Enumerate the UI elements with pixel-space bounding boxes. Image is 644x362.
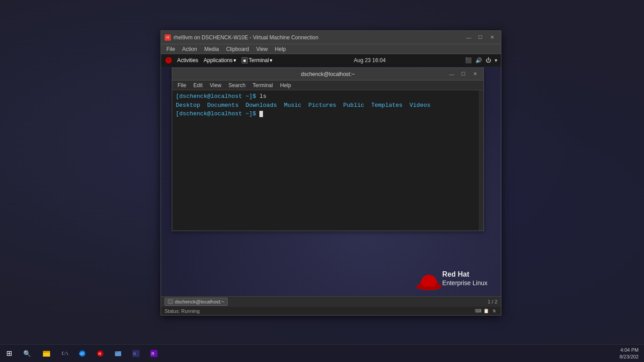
windows-search-button[interactable]: 🔍: [18, 345, 36, 362]
svg-rect-4: [43, 352, 47, 353]
terminal-minimize-button[interactable]: —: [447, 70, 457, 78]
gnome-datetime[interactable]: Aug 23 16:04: [354, 57, 386, 63]
terminal-icon: ▣: [242, 57, 248, 63]
taskbar-app-red[interactable]: R: [91, 345, 109, 362]
vm-close-button[interactable]: ✕: [487, 34, 497, 42]
vm-statusbar: Status: Running ⌨ 📋 🖱: [161, 306, 501, 315]
ls-dir-templates: Templates: [371, 102, 410, 109]
gnome-sound-icon[interactable]: 🔊: [475, 57, 482, 63]
vm-window-controls: — ☐ ✕: [463, 34, 497, 42]
taskbar-app-cmd[interactable]: C:\: [55, 345, 73, 362]
ls-dir-public: Public: [343, 102, 371, 109]
vm-menubar: File Action Media Clipboard View Help: [161, 44, 501, 54]
terminal-titlebar: dschenck@localhost:~ — ☐ ✕: [172, 68, 483, 80]
terminal-content[interactable]: [dschenck@localhost ~]$ ls Desktop Docum…: [172, 90, 483, 231]
windows-taskbar: ⊞ 🔍 C:\ R: [0, 344, 644, 362]
vm-mouse-icon: 🖱: [491, 308, 497, 314]
vm-window: H rhel9vm on DSCHENCK-W10E - Virtual Mac…: [161, 30, 501, 316]
terminal-scrollbar[interactable]: [479, 90, 483, 231]
gnome-topbar-right: ⬛ 🔊 ⏻ ▾: [465, 57, 497, 63]
terminal-menu-search[interactable]: Search: [225, 80, 249, 90]
vm-menu-clipboard[interactable]: Clipboard: [222, 44, 252, 54]
gnome-system-menu-arrow[interactable]: ▾: [495, 57, 497, 63]
vm-task-icon: [168, 299, 173, 304]
taskbar-app-explorer[interactable]: [38, 345, 55, 362]
svg-rect-5: [43, 353, 50, 357]
vm-titlebar: H rhel9vm on DSCHENCK-W10E - Virtual Mac…: [161, 31, 501, 44]
ls-dir-desktop: Desktop: [176, 102, 207, 109]
terminal-window-controls: — ☐ ✕: [447, 70, 480, 78]
vm-menu-help[interactable]: Help: [271, 44, 290, 54]
terminal-text-area[interactable]: [dschenck@localhost ~]$ ls Desktop Docum…: [172, 90, 479, 231]
gnome-power-icon[interactable]: ⏻: [486, 57, 491, 63]
gnome-applications-arrow: ▾: [233, 57, 236, 63]
vm-menu-media[interactable]: Media: [201, 44, 223, 54]
gnome-activities-button[interactable]: Activities: [175, 57, 200, 63]
vm-maximize-button[interactable]: ☐: [475, 34, 486, 42]
svg-text:M: M: [152, 352, 154, 356]
vm-content: Activities Applications ▾ ▣ Terminal ▾ A…: [161, 54, 501, 296]
ls-dir-downloads: Downloads: [246, 102, 284, 109]
windows-taskbar-apps: C:\ R H: [36, 345, 614, 362]
gnome-desktop[interactable]: dschenck@localhost:~ — ☐ ✕ File Edit Vie…: [161, 67, 501, 296]
terminal-menubar: File Edit View Search Terminal Help: [172, 80, 483, 90]
vm-taskbar-terminal-item[interactable]: dschenck@localhost:~: [165, 298, 228, 306]
vm-page-indicator: 1 / 2: [488, 299, 497, 304]
terminal-menu-edit[interactable]: Edit: [190, 80, 206, 90]
taskbar-app-files[interactable]: [109, 345, 127, 362]
taskbar-app-purple[interactable]: M: [145, 345, 163, 362]
vm-bottombar: dschenck@localhost:~ 1 / 2: [161, 296, 501, 306]
vm-title-text: rhel9vm on DSCHENCK-W10E - Virtual Machi…: [174, 34, 318, 41]
gnome-terminal-button[interactable]: ▣ Terminal ▾: [240, 57, 274, 63]
terminal-window: dschenck@localhost:~ — ☐ ✕ File Edit Vie…: [172, 67, 484, 231]
vm-minimize-button[interactable]: —: [463, 34, 474, 42]
terminal-prompt-1: [dschenck@localhost ~]$: [176, 92, 256, 101]
svg-text:H: H: [133, 352, 136, 356]
taskbar-app-hyper[interactable]: H: [127, 345, 145, 362]
windows-start-button[interactable]: ⊞: [0, 345, 18, 362]
gnome-terminal-label: Terminal: [249, 57, 269, 63]
terminal-menu-view[interactable]: View: [206, 80, 225, 90]
vm-menu-file[interactable]: File: [163, 44, 178, 54]
terminal-line-1: [dschenck@localhost ~]$ ls: [176, 92, 475, 101]
ls-dir-music: Music: [284, 102, 309, 109]
gnome-topbar: Activities Applications ▾ ▣ Terminal ▾ A…: [161, 54, 501, 67]
redhat-text: Red Hat Enterprise Linux: [442, 270, 487, 287]
windows-clock[interactable]: 4:04 PM 8/23/202: [618, 347, 640, 360]
terminal-cursor: [259, 111, 263, 117]
vm-menu-view[interactable]: View: [253, 44, 271, 54]
gnome-terminal-arrow: ▾: [270, 57, 272, 63]
ls-dir-pictures: Pictures: [308, 102, 343, 109]
vm-statusbar-right: ⌨ 📋 🖱: [475, 308, 497, 314]
terminal-menu-help[interactable]: Help: [276, 80, 295, 90]
terminal-menu-file[interactable]: File: [174, 80, 190, 90]
windows-clock-time: 4:04 PM: [619, 347, 639, 353]
vm-status-value: Running: [181, 308, 199, 314]
redhat-hat-icon: [415, 269, 438, 287]
windows-taskbar-right: 4:04 PM 8/23/202: [614, 347, 644, 360]
vm-taskbar-item-label: dschenck@localhost:~: [175, 299, 225, 304]
terminal-cmd-1: ls: [256, 92, 266, 101]
terminal-menu-terminal[interactable]: Terminal: [249, 80, 276, 90]
terminal-maximize-button[interactable]: ☐: [458, 70, 468, 78]
svg-text:C:\: C:\: [62, 352, 68, 356]
terminal-ls-output: Desktop Documents Downloads Music Pictur…: [176, 101, 475, 110]
vm-title-area: H rhel9vm on DSCHENCK-W10E - Virtual Mac…: [165, 34, 318, 41]
terminal-title: dschenck@localhost:~: [301, 71, 355, 77]
vm-keyboard-icon: ⌨: [475, 308, 481, 314]
taskbar-app-browser1[interactable]: [73, 345, 91, 362]
terminal-close-button[interactable]: ✕: [470, 70, 480, 78]
gnome-applications-button[interactable]: Applications ▾: [202, 57, 238, 63]
vm-app-icon: H: [165, 34, 171, 41]
vm-clipboard-status-icon: 📋: [483, 308, 489, 314]
gnome-network-icon[interactable]: ⬛: [465, 57, 472, 63]
redhat-logo: Red Hat Enterprise Linux: [415, 269, 487, 287]
vm-status-label: Status: Running: [165, 308, 199, 314]
ls-dir-videos: Videos: [410, 102, 431, 109]
redhat-icon: [165, 56, 173, 64]
svg-rect-13: [115, 351, 118, 353]
redhat-subtitle: Enterprise Linux: [442, 279, 487, 287]
vm-menu-action[interactable]: Action: [178, 44, 200, 54]
svg-text:R: R: [98, 352, 102, 356]
windows-clock-date: 8/23/202: [619, 354, 639, 360]
